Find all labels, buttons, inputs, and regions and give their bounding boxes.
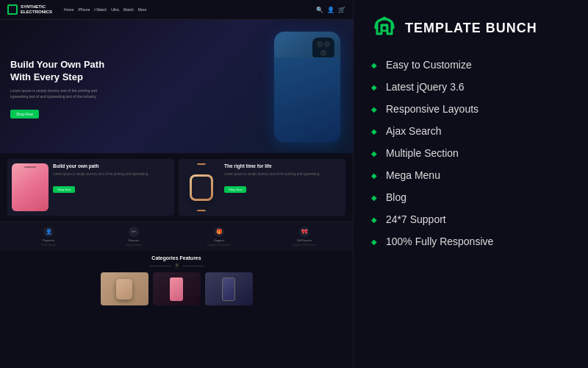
camera-lens-2: [324, 41, 330, 47]
nav-iphone[interactable]: IPhone: [78, 7, 90, 12]
site-logo: SYNTHETIC ELECTRONICS: [7, 4, 52, 15]
camera-lens-1: [317, 41, 323, 47]
product-watch-image: [183, 163, 220, 211]
hero-shop-button[interactable]: Shop Now: [10, 110, 39, 118]
returns-icon: ↩: [129, 227, 139, 237]
nav-watch[interactable]: Watch: [123, 7, 134, 12]
nav-ultra[interactable]: Ultra: [111, 7, 119, 12]
product-phone-info: Build your own path Lorem ipsum is simpl…: [53, 163, 170, 194]
features-panel: TEMPLATE BUNCH ◆ Easy to Customize ◆ Lat…: [353, 0, 588, 368]
divider-icon: 📱: [174, 263, 179, 269]
product-watch-title: The right time for life: [224, 163, 341, 169]
cart-icon[interactable]: 🛒: [338, 7, 345, 13]
categories-title: Categories Features: [7, 255, 345, 261]
services-row: 👤 Payment 100% Secure ↩ Returns Easy Ret…: [0, 222, 353, 251]
phone-body: [274, 32, 340, 142]
feature-label-1: Latest jQuery 3.6: [386, 81, 465, 93]
feature-label-2: Responsive Layouts: [386, 103, 478, 115]
service-gift-sublabel: Support Gift Content: [293, 244, 316, 247]
watch-mini-shape: [183, 163, 220, 211]
feature-item-0: ◆ Easy to Customize: [371, 59, 570, 71]
diamond-icon-0: ◆: [371, 61, 377, 69]
category-phone[interactable]: [205, 272, 253, 305]
nav-home[interactable]: Home: [64, 7, 74, 12]
feature-item-2: ◆ Responsive Layouts: [371, 103, 570, 115]
website-preview: SYNTHETIC ELECTRONICS Home IPhone I-Watc…: [0, 0, 353, 368]
logo-icon: [7, 4, 18, 15]
product-card-phone: Build your own path Lorem ipsum is simpl…: [7, 159, 174, 216]
diamond-icon-6: ◆: [371, 194, 377, 202]
phone-camera: [312, 38, 334, 60]
feature-label-5: Mega Menu: [386, 169, 440, 181]
service-gift-label: Gift Service: [297, 238, 312, 242]
payment-icon: 👤: [43, 227, 54, 237]
product-phone-btn[interactable]: Shop Now: [53, 186, 75, 193]
service-gift: 🎀 Gift Service Support Gift Content: [263, 227, 345, 247]
product-cards-section: Build your own path Lorem ipsum is simpl…: [0, 153, 353, 222]
feature-label-0: Easy to Customize: [386, 59, 472, 71]
cat-phone-shape: [222, 277, 235, 301]
product-card-watch: The right time for life Lorem ipsum is s…: [179, 159, 345, 216]
divider-right: [182, 266, 204, 266]
nav-iwatch[interactable]: I-Watch: [94, 7, 107, 12]
service-returns-sublabel: Easy Returns: [126, 244, 141, 247]
service-payment-sublabel: 100% Secure: [40, 244, 56, 247]
feature-label-7: 24*7 Support: [386, 213, 446, 225]
logo-text: SYNTHETIC ELECTRONICS: [21, 4, 52, 15]
nav-more[interactable]: More: [138, 7, 146, 12]
diamond-icon-2: ◆: [371, 105, 377, 113]
cat-watch-bg: [101, 272, 148, 305]
brand-header: TEMPLATE BUNCH: [371, 15, 570, 41]
category-watch[interactable]: [101, 272, 148, 305]
category-items: [7, 272, 345, 305]
product-phone-title: Build your own path: [53, 163, 170, 169]
product-watch-desc: Lorem ipsum is simply dummy text of the …: [224, 172, 341, 177]
hero-description: Lorem ipsum is simply dummy text of the …: [10, 88, 113, 99]
camera-lens-3: [320, 50, 326, 56]
feature-item-8: ◆ 100% Fully Responsive: [371, 236, 570, 247]
diamond-icon-8: ◆: [371, 238, 377, 246]
search-icon[interactable]: 🔍: [316, 7, 323, 13]
diamond-icon-4: ◆: [371, 149, 377, 158]
service-payment-label: Payment: [43, 238, 54, 242]
nav-action-icons: 🔍 👤 🛒: [316, 7, 345, 13]
product-watch-btn[interactable]: Shop Now: [224, 186, 246, 193]
product-watch-info: The right time for life Lorem ipsum is s…: [224, 163, 341, 194]
feature-label-6: Blog: [386, 191, 406, 203]
feature-item-5: ◆ Mega Menu: [371, 169, 570, 181]
service-support-label: Support: [214, 238, 224, 242]
phone-screen: [274, 57, 340, 142]
gift-icon: 🎀: [299, 227, 309, 237]
user-icon[interactable]: 👤: [327, 7, 334, 13]
service-support: 🎁 Support Support Gift Content: [178, 227, 260, 247]
service-payment: 👤 Payment 100% Secure: [7, 227, 90, 247]
watch-screen: [192, 177, 211, 199]
product-phone-desc: Lorem ipsum is simply dummy text of the …: [53, 172, 170, 177]
cat-watch-shape: [116, 279, 132, 300]
cat-pink-phone-shape: [170, 277, 183, 301]
hero-content: Build Your Own PathWith Every Step Lorem…: [10, 59, 263, 118]
diamond-icon-1: ◆: [371, 83, 377, 91]
support-icon: 🎁: [214, 227, 224, 237]
category-smartwatch[interactable]: [153, 272, 201, 305]
feature-label-8: 100% Fully Responsive: [386, 236, 493, 247]
diamond-icon-5: ◆: [371, 171, 377, 180]
feature-item-3: ◆ Ajax Search: [371, 125, 570, 137]
feature-item-4: ◆ Multiple Section: [371, 147, 570, 159]
watch-case: [190, 174, 213, 201]
feature-label-4: Multiple Section: [386, 147, 459, 159]
categories-divider: 📱: [7, 263, 345, 269]
service-support-sublabel: Support Gift Content: [207, 244, 231, 247]
hero-phone-image: [263, 32, 344, 146]
hero-section: Build Your Own PathWith Every Step Lorem…: [0, 20, 353, 153]
navbar: SYNTHETIC ELECTRONICS Home IPhone I-Watc…: [0, 0, 353, 20]
watch-band-bottom: [197, 210, 206, 211]
brand-name: TEMPLATE BUNCH: [405, 21, 537, 36]
product-phone-image: [12, 163, 49, 211]
cat-pink-bg: [153, 272, 201, 305]
service-returns-label: Returns: [129, 238, 139, 242]
feature-item-7: ◆ 24*7 Support: [371, 213, 570, 225]
categories-section: Categories Features 📱: [0, 251, 353, 310]
diamond-icon-3: ◆: [371, 127, 377, 135]
watch-band-top: [197, 163, 206, 165]
